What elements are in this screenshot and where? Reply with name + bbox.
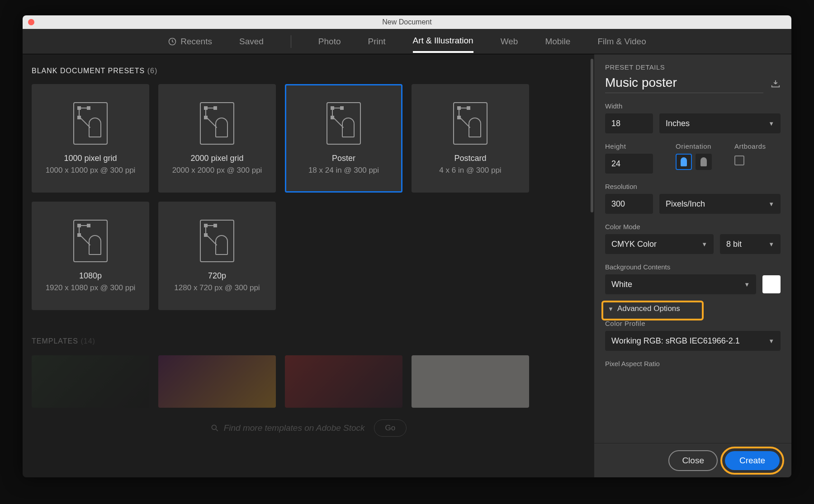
presets-panel: BLANK DOCUMENT PRESETS (6) 1000 pixel gr…	[23, 54, 594, 477]
preset-details-header: PRESET DETAILS	[605, 63, 781, 71]
bit-depth-select[interactable]: 8 bit▼	[720, 234, 781, 254]
tab-recents[interactable]: Recents	[168, 31, 212, 52]
artboards-checkbox[interactable]	[734, 155, 744, 165]
document-icon	[73, 220, 108, 262]
template-thumb[interactable]	[285, 355, 402, 408]
resolution-label: Resolution	[605, 183, 781, 190]
tab-web[interactable]: Web	[501, 31, 518, 52]
preset-postcard[interactable]: Postcard 4 x 6 in @ 300 ppi	[412, 84, 529, 193]
document-icon	[200, 220, 234, 262]
chevron-down-icon: ▼	[701, 241, 707, 248]
height-input[interactable]	[605, 154, 653, 174]
scrollbar[interactable]	[591, 59, 593, 212]
chevron-down-icon: ▼	[768, 120, 774, 127]
color-mode-label: Color Mode	[605, 223, 781, 231]
chevron-down-icon: ▼	[768, 241, 774, 248]
save-preset-icon[interactable]	[771, 79, 781, 90]
width-label: Width	[605, 102, 781, 110]
tab-mobile[interactable]: Mobile	[545, 31, 570, 52]
preset-details-panel: PRESET DETAILS Music poster Width Inches…	[594, 54, 791, 477]
preset-1000-pixel-grid[interactable]: 1000 pixel grid 1000 x 1000 px @ 300 ppi	[32, 84, 149, 193]
document-icon	[453, 102, 487, 145]
tab-saved[interactable]: Saved	[239, 31, 264, 52]
window-title: New Document	[34, 18, 780, 26]
width-input[interactable]	[605, 113, 653, 133]
background-select[interactable]: White▼	[605, 274, 756, 294]
clock-icon	[168, 37, 177, 46]
template-thumb[interactable]	[412, 355, 529, 408]
category-tabs: Recents Saved Photo Print Art & Illustra…	[23, 29, 791, 54]
pixel-aspect-ratio-label: Pixel Aspect Ratio	[605, 360, 781, 367]
tab-divider	[291, 35, 291, 48]
new-document-dialog: New Document Recents Saved Photo Print A…	[23, 15, 791, 477]
chevron-down-icon: ▼	[768, 338, 774, 344]
titlebar: New Document	[23, 15, 791, 29]
color-mode-select[interactable]: CMYK Color▼	[605, 234, 714, 254]
blank-presets-header: BLANK DOCUMENT PRESETS (6)	[32, 67, 585, 75]
orientation-landscape[interactable]	[696, 154, 712, 170]
background-color-swatch[interactable]	[762, 275, 781, 293]
svg-point-1	[212, 425, 216, 429]
go-button[interactable]: Go	[374, 419, 407, 437]
search-icon	[210, 424, 219, 433]
template-thumb[interactable]	[158, 355, 276, 408]
resolution-input[interactable]	[605, 194, 653, 214]
landscape-icon	[700, 157, 707, 166]
close-button[interactable]: Close	[668, 450, 718, 471]
color-profile-select[interactable]: Working RGB: sRGB IEC61966-2.1▼	[605, 331, 781, 351]
chevron-down-icon: ▼	[608, 306, 614, 312]
document-icon	[200, 102, 234, 145]
advanced-options-toggle[interactable]: ▼ Advanced Options	[605, 301, 781, 316]
height-label: Height	[605, 142, 653, 150]
preset-2000-pixel-grid[interactable]: 2000 pixel grid 2000 x 2000 px @ 300 ppi	[158, 84, 276, 193]
document-name-input[interactable]: Music poster	[605, 75, 763, 93]
create-button[interactable]: Create	[725, 451, 780, 470]
preset-720p[interactable]: 720p 1280 x 720 px @ 300 ppi	[158, 202, 276, 310]
chevron-down-icon: ▼	[744, 281, 750, 288]
portrait-icon	[681, 157, 687, 166]
document-icon	[327, 102, 361, 145]
tab-print[interactable]: Print	[368, 31, 385, 52]
template-search[interactable]: Find more templates on Adobe Stock	[210, 423, 365, 433]
tab-art-illustration[interactable]: Art & Illustration	[413, 30, 473, 53]
preset-poster[interactable]: Poster 18 x 24 in @ 300 ppi	[285, 84, 402, 193]
document-icon	[73, 102, 108, 145]
units-select[interactable]: Inches▼	[659, 113, 781, 133]
orientation-label: Orientation	[676, 142, 712, 150]
preset-1080p[interactable]: 1080p 1920 x 1080 px @ 300 ppi	[32, 202, 149, 310]
templates-section: TEMPLATES (14) Find more templates on Ad…	[32, 337, 585, 437]
template-thumb[interactable]	[32, 355, 149, 408]
templates-header: TEMPLATES (14)	[32, 337, 585, 345]
tab-photo[interactable]: Photo	[318, 31, 341, 52]
color-profile-label: Color Profile	[605, 320, 781, 327]
artboards-label: Artboards	[734, 142, 766, 150]
orientation-portrait[interactable]	[676, 154, 692, 170]
close-window-icon[interactable]	[28, 19, 34, 25]
background-label: Background Contents	[605, 263, 781, 271]
chevron-down-icon: ▼	[768, 201, 774, 207]
tab-film-video[interactable]: Film & Video	[597, 31, 646, 52]
tab-recents-label: Recents	[180, 37, 212, 47]
resolution-units-select[interactable]: Pixels/Inch▼	[659, 194, 781, 214]
